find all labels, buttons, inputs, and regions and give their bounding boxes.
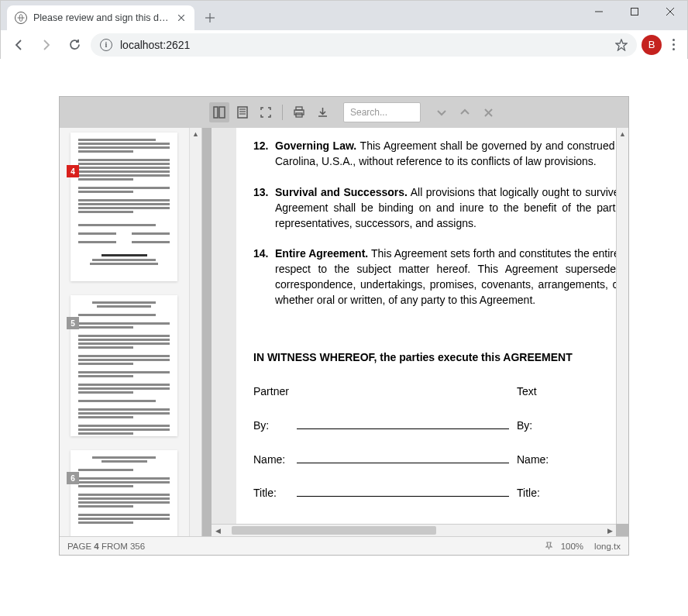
print-button[interactable]: [289, 102, 309, 122]
site-info-icon[interactable]: i: [100, 39, 112, 51]
pushpin-icon[interactable]: [545, 542, 553, 550]
thumbnail-number: 5: [67, 317, 79, 329]
download-button[interactable]: [312, 102, 332, 122]
zoom-level[interactable]: 100%: [561, 542, 583, 551]
signature-label: Title:: [253, 486, 297, 501]
thumbnail-scrollbar[interactable]: ▲: [189, 128, 201, 536]
signature-line: [297, 486, 509, 497]
signature-header: Text: [517, 385, 537, 397]
thumbnail-page[interactable]: 4: [71, 132, 177, 281]
vertical-scrollbar[interactable]: ▲: [616, 128, 628, 524]
witness-text: IN WITNESS WHEREOF, the parties execute …: [253, 350, 628, 366]
status-bar: PAGE 4 FROM 356 100% long.tx: [60, 536, 628, 555]
clause-text: Entire Agreement. This Agreement sets fo…: [275, 246, 628, 308]
search-input[interactable]: Search...: [343, 102, 421, 122]
globe-icon: [15, 12, 27, 24]
thumbnails-view-button[interactable]: [209, 102, 229, 122]
forward-button[interactable]: [35, 33, 58, 57]
new-tab-button[interactable]: [199, 7, 221, 29]
clause-number: 12.: [253, 139, 275, 170]
signature-label: Title:: [517, 487, 540, 499]
profile-avatar[interactable]: B: [642, 35, 662, 55]
search-close-button[interactable]: [478, 102, 498, 122]
clause-number: 13.: [253, 185, 275, 232]
scroll-right-icon[interactable]: ▶: [604, 525, 616, 536]
toolbar-separator: [282, 105, 283, 120]
browser-addrbar: i localhost:2621 B: [1, 30, 687, 60]
clause-text: Governing Law. This Agreement shall be g…: [275, 139, 628, 170]
clause-text: Survival and Successors. All provisions …: [275, 185, 628, 232]
horizontal-scrollbar[interactable]: ◀ ▶: [212, 524, 616, 536]
svg-rect-12: [219, 107, 225, 118]
browser-menu-button[interactable]: [666, 39, 681, 50]
browser-tab[interactable]: Please review and sign this docu: [7, 5, 194, 30]
thumbnail-pane: 4: [60, 128, 202, 536]
close-button[interactable]: [652, 0, 688, 23]
thumbnail-number: 4: [67, 165, 79, 177]
minimize-button[interactable]: [581, 0, 617, 23]
signature-line: [297, 418, 509, 429]
svg-rect-13: [238, 107, 247, 118]
document-viewer: Search... 4: [59, 96, 629, 556]
svg-rect-11: [214, 107, 218, 118]
scroll-up-icon[interactable]: ▲: [190, 128, 201, 140]
signature-label: Name:: [517, 453, 549, 466]
filename-label: long.tx: [594, 542, 621, 551]
signature-label: Name:: [253, 453, 297, 468]
fullscreen-button[interactable]: [256, 102, 276, 122]
search-prev-button[interactable]: [455, 102, 475, 122]
signature-line: [297, 453, 509, 463]
signature-label: By:: [517, 419, 532, 432]
clause-number: 14.: [253, 246, 275, 308]
scroll-handle[interactable]: [232, 526, 437, 535]
viewer-toolbar: Search...: [60, 97, 628, 128]
reload-button[interactable]: [63, 33, 86, 57]
thumbnail-page[interactable]: 5: [71, 295, 177, 436]
page-view-button[interactable]: [232, 102, 253, 122]
bookmark-icon[interactable]: [615, 39, 628, 51]
page-pane: 12. Governing Law. This Agreement shall …: [202, 128, 628, 536]
scroll-up-icon[interactable]: ▲: [617, 128, 628, 140]
url-text: localhost:2621: [120, 39, 190, 51]
signature-label: By:: [253, 418, 297, 434]
thumbnail-page[interactable]: 6: [71, 450, 177, 536]
signature-header: Partner: [253, 384, 289, 400]
tab-close-icon[interactable]: [176, 12, 187, 23]
maximize-button[interactable]: [617, 0, 652, 23]
document-page[interactable]: 12. Governing Law. This Agreement shall …: [236, 128, 628, 524]
svg-rect-1: [631, 9, 638, 15]
search-next-button[interactable]: [432, 102, 452, 122]
scroll-left-icon[interactable]: ◀: [212, 525, 224, 536]
thumbnail-number: 6: [67, 472, 79, 484]
back-button[interactable]: [7, 33, 30, 57]
page-indicator: PAGE 4 FROM 356: [67, 542, 145, 551]
tab-title: Please review and sign this docu: [33, 12, 170, 23]
address-bar[interactable]: i localhost:2621: [91, 33, 637, 57]
